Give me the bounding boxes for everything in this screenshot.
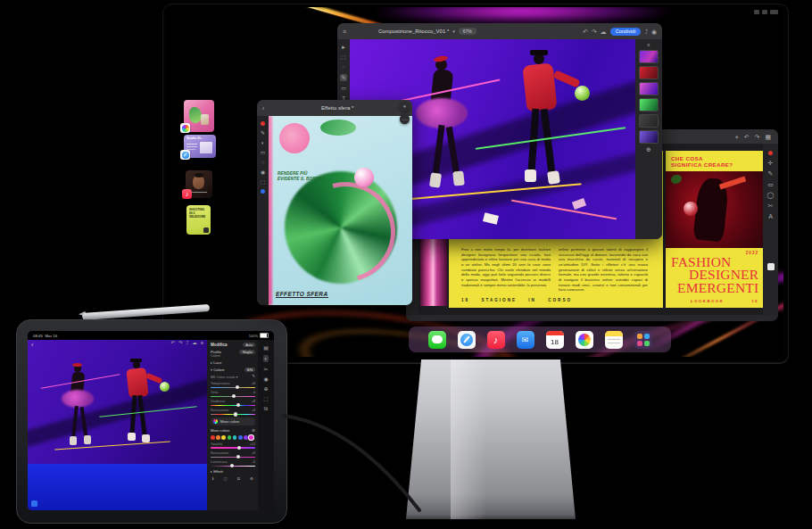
layer-thumbnail[interactable] — [639, 130, 659, 144]
zoom-level-pill[interactable]: 67% — [459, 28, 476, 35]
rectangle-tool-icon[interactable]: ▭ — [767, 181, 774, 187]
magazine-right-page[interactable]: CHE COSA SIGNIFICA CREARE? 2022 FASHION … — [666, 151, 763, 308]
webpage-image — [200, 142, 212, 153]
dock-icon-calendar[interactable]: 18 — [546, 331, 564, 349]
dock-icon-notes[interactable] — [605, 331, 623, 349]
magazine-body-column-2: online permette a giovani talenti di rag… — [559, 247, 648, 293]
dancer-right-hat — [530, 50, 548, 55]
color-swatch[interactable] — [767, 263, 775, 270]
record-dot-icon[interactable] — [768, 151, 773, 155]
document-title: Composizione_Ritocco_V01 * — [350, 29, 449, 34]
marquee-tool-icon[interactable]: ⬚ — [341, 54, 346, 60]
dock-icon-safari[interactable] — [458, 331, 476, 349]
app-library-tile — [637, 334, 642, 339]
photoshop-layers-panel[interactable]: ≡ ⊕ — [635, 39, 662, 239]
magazine-year: 2022 — [746, 251, 758, 255]
notes-line — [608, 339, 620, 341]
dock-icon-music[interactable]: ♪ — [487, 331, 505, 349]
brush-tool-icon[interactable]: ✎ — [340, 74, 346, 81]
dock-icon-app-library[interactable] — [634, 331, 652, 349]
app-library-tile — [644, 334, 650, 339]
dock-icon-messages[interactable] — [428, 331, 446, 349]
webpage-text-line — [186, 146, 197, 147]
brush-tool-icon[interactable]: ✎ — [261, 130, 265, 136]
panels-icon[interactable]: ▦ — [765, 134, 771, 140]
undo-icon[interactable]: ↶ — [583, 29, 588, 35]
layer-thumbnail[interactable] — [639, 82, 659, 95]
webpage-text-line — [186, 144, 197, 145]
pointer-tool-icon[interactable]: ⌖ — [735, 134, 739, 140]
ellipse-tool-icon[interactable]: ◯ — [767, 192, 775, 198]
app-library-tile — [644, 341, 650, 346]
text-tool-icon[interactable]: A — [768, 213, 773, 219]
dock-icon-mail[interactable]: ✉ — [517, 331, 534, 349]
dancer-left-boot — [429, 172, 442, 188]
crop-tool-icon[interactable]: ✂ — [768, 203, 774, 209]
export-icon[interactable]: ⤴ — [644, 29, 648, 35]
layer-thumbnail[interactable] — [639, 66, 659, 79]
artwork-note-text: RENDERE PIÙ EVIDENTE IL BORDO — [278, 171, 324, 182]
back-icon[interactable]: ‹ — [262, 105, 264, 112]
move-tool-icon[interactable]: ► — [341, 45, 346, 50]
publisher-right-toolbar[interactable]: ✛ ✎ ▭ ◯ ✂ A — [763, 144, 778, 315]
layers-header-icon[interactable]: ≡ — [648, 43, 650, 47]
envelope-icon: ✉ — [517, 331, 534, 349]
album-hair-shape — [195, 173, 203, 178]
lasso-tool-icon[interactable]: ◌ — [261, 160, 265, 165]
music-note-icon: ♪ — [182, 189, 192, 199]
photo-red-streak — [719, 177, 746, 190]
share-button[interactable]: Condividi — [610, 28, 642, 36]
layer-thumbnail[interactable] — [639, 98, 659, 112]
dancer-left-boot — [452, 170, 465, 186]
redo-icon[interactable]: ↷ — [755, 134, 760, 140]
secondary-color-dot[interactable] — [261, 189, 265, 194]
layer-thumbnail[interactable] — [639, 50, 659, 63]
node-tool-icon[interactable]: ✛ — [768, 160, 774, 166]
disco-ball — [575, 86, 590, 101]
fresco-transform-button[interactable]: ⌖ — [400, 102, 410, 112]
sticky-line: SELEZIONE — [189, 215, 211, 219]
home-icon[interactable]: ≡ — [343, 29, 346, 35]
eraser-tool-icon[interactable]: ▭ — [261, 150, 266, 155]
fresco-tool-column[interactable]: ✎ ◐ ▭ ◌ ◉ ⬚ — [257, 116, 269, 305]
dancer-right-arm — [552, 70, 580, 87]
artwork-caption: EFFETTO SFERA — [276, 291, 328, 298]
files-app-badge — [203, 227, 209, 233]
undo-icon[interactable]: ↶ — [744, 134, 750, 140]
fresco-titlebar[interactable]: ‹ Effetto sfera * — [257, 100, 412, 116]
magazine-headline: FASHION DESIGNER EMERGENTI — [671, 256, 760, 294]
add-layer-icon[interactable]: ⊕ — [646, 146, 651, 153]
photoshop-titlebar[interactable]: ≡ Composizione_Ritocco_V01 * ▾ 67% ↶ ↷ ☁… — [337, 23, 662, 39]
artwork-pink-edge — [269, 116, 272, 305]
dancer-right-shoe — [547, 170, 560, 185]
artwork-pink-orb — [354, 168, 374, 187]
fill-tool-icon[interactable]: ◉ — [261, 169, 265, 175]
magazine-kicker: CHE COSA SIGNIFICA CREARE? — [671, 155, 763, 168]
thumbnail-art-shape — [189, 107, 202, 123]
cloud-sync-icon[interactable]: ☁ — [601, 29, 607, 35]
fresco-canvas[interactable]: RENDERE PIÙ EVIDENTE IL BORDO EFFETTO SF… — [269, 116, 412, 305]
pen-tool-icon[interactable]: ✎ — [768, 170, 774, 177]
fresco-more-button[interactable]: ⋯ — [400, 114, 410, 124]
redo-icon[interactable]: ↷ — [592, 29, 597, 35]
live-brush-color-dot[interactable] — [261, 121, 265, 126]
profile-icon[interactable]: ◉ — [651, 29, 657, 35]
notes-line — [608, 343, 620, 344]
dock-icon-photos[interactable] — [576, 331, 593, 349]
photos-flower-icon — [578, 334, 591, 346]
paper-scrap — [483, 212, 499, 225]
safari-app-badge — [180, 150, 190, 160]
shelf-card-sticky-note[interactable]: SHOOTING 09.3 SELEZIONE — [186, 205, 211, 235]
eraser-tool-icon[interactable]: ▭ — [341, 86, 346, 91]
layer-thumbnail[interactable] — [639, 114, 659, 128]
fresco-window[interactable]: ‹ Effetto sfera * ✎ ◐ ▭ ◌ ◉ ⬚ — [257, 100, 412, 305]
smudge-tool-icon[interactable]: ◐ — [261, 140, 265, 145]
chevron-down-icon[interactable]: ▾ — [452, 29, 455, 34]
lasso-tool-icon[interactable]: ◌ — [342, 64, 345, 70]
thumbnail-art-shape — [201, 114, 209, 125]
calendar-day: 18 — [546, 335, 564, 349]
dock[interactable]: ♪ ✉ 18 — [409, 326, 671, 352]
paper-scrap — [572, 198, 586, 210]
document-title: Effetto sfera * — [268, 105, 407, 111]
shape-tool-icon[interactable]: ⬚ — [261, 179, 266, 185]
